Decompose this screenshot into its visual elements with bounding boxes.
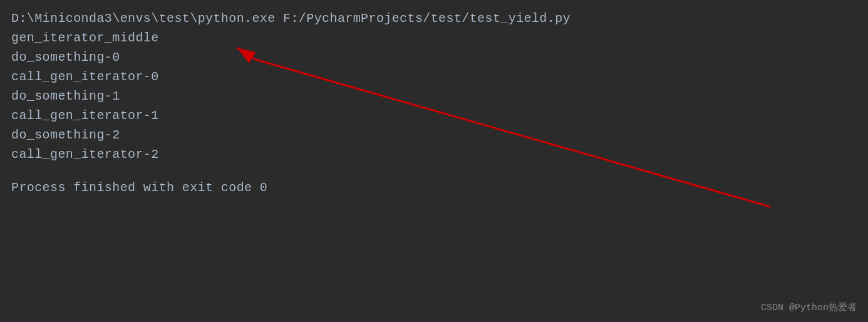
terminal-window: D:\Miniconda3\envs\test\python.exe F:/Py… (0, 0, 868, 322)
process-finished-line: Process finished with exit code 0 (11, 178, 857, 197)
output-line-6: do_something-2 (11, 125, 857, 145)
watermark: CSDN @Python热爱者 (761, 301, 857, 313)
command-line: D:\Miniconda3\envs\test\python.exe F:/Py… (11, 9, 857, 28)
output-line-5: call_gen_iterator-1 (11, 106, 857, 125)
output-line-3: call_gen_iterator-0 (11, 67, 857, 86)
output-line-7: call_gen_iterator-2 (11, 145, 857, 164)
output-line-4: do_something-1 (11, 86, 857, 106)
output-line-1: gen_iterator_middle (11, 28, 857, 48)
output-line-2: do_something-0 (11, 48, 857, 67)
